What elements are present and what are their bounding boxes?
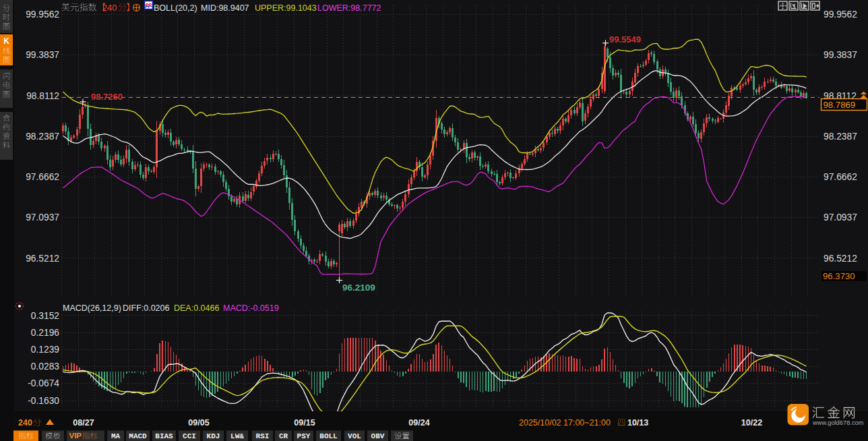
svg-text:96.2109: 96.2109	[342, 283, 375, 293]
svg-text:0.0283: 0.0283	[31, 361, 60, 372]
svg-text:09/24: 09/24	[408, 418, 429, 428]
svg-text:BIAS: BIAS	[155, 432, 173, 440]
svg-text:96.3730: 96.3730	[823, 271, 855, 281]
svg-text:99.3837: 99.3837	[26, 50, 59, 60]
svg-text:96.5212: 96.5212	[26, 254, 59, 264]
svg-text:VIP: VIP	[69, 432, 82, 440]
svg-text:98.7260: 98.7260	[91, 92, 123, 102]
svg-text:0.2196: 0.2196	[31, 328, 60, 338]
svg-text:RSI: RSI	[256, 432, 270, 440]
svg-text:98.8112: 98.8112	[26, 91, 59, 101]
svg-text:LW&: LW&	[230, 432, 244, 440]
svg-text:MACD: MACD	[129, 432, 147, 440]
svg-text:98.2387: 98.2387	[824, 131, 857, 142]
svg-text:-0.0674: -0.0674	[28, 378, 59, 388]
svg-text:96.5212: 96.5212	[824, 254, 857, 264]
svg-text:-0.1630: -0.1630	[28, 396, 59, 406]
svg-text:www.gold678.com: www.gold678.com	[812, 419, 864, 426]
svg-text:DEA:0.0466: DEA:0.0466	[174, 303, 219, 313]
svg-text:99.5549: 99.5549	[609, 34, 641, 45]
svg-text:BOLL: BOLL	[319, 432, 338, 440]
svg-text:DIFF:0.0206: DIFF:0.0206	[123, 303, 170, 313]
svg-text:MACD:-0.0519: MACD:-0.0519	[223, 303, 279, 313]
svg-text:VOL: VOL	[348, 432, 361, 440]
svg-text:98.2387: 98.2387	[26, 131, 59, 142]
svg-text:97.6662: 97.6662	[824, 172, 857, 182]
svg-text:KDJ: KDJ	[207, 432, 220, 440]
svg-text:UPPER:99.1043: UPPER:99.1043	[255, 3, 317, 13]
svg-text:2025/10/02 17:00~21:00: 2025/10/02 17:00~21:00	[519, 418, 611, 428]
svg-text:CR: CR	[279, 432, 288, 440]
svg-text:MA: MA	[111, 432, 121, 440]
svg-text:BOLL(20,2): BOLL(20,2)	[154, 3, 197, 13]
svg-text:0.1239: 0.1239	[31, 345, 60, 355]
svg-text:240: 240	[102, 3, 117, 13]
svg-text:99.3837: 99.3837	[824, 50, 857, 60]
svg-text:PSY: PSY	[297, 432, 311, 440]
svg-text:MACD(26,12,9): MACD(26,12,9)	[63, 303, 121, 313]
svg-text:97.0937: 97.0937	[26, 212, 59, 223]
svg-text:K: K	[3, 36, 9, 46]
svg-text:10/22: 10/22	[741, 418, 762, 428]
svg-text:MID:98.9407: MID:98.9407	[201, 3, 249, 13]
svg-text:CCI: CCI	[183, 432, 196, 440]
svg-text:97.0937: 97.0937	[824, 212, 857, 223]
svg-text:98.7869: 98.7869	[824, 100, 856, 110]
svg-text:OBV: OBV	[371, 432, 385, 440]
svg-text:240: 240	[18, 418, 32, 428]
svg-text:08/27: 08/27	[73, 418, 94, 428]
svg-text:0.3152: 0.3152	[31, 311, 59, 321]
svg-text:LOWER:98.7772: LOWER:98.7772	[317, 3, 381, 13]
svg-text:97.6662: 97.6662	[26, 172, 59, 182]
svg-text:99.9562: 99.9562	[26, 9, 59, 20]
svg-text:10/13: 10/13	[627, 418, 648, 428]
svg-text:09/15: 09/15	[294, 418, 315, 428]
svg-text:09/05: 09/05	[188, 418, 209, 428]
svg-text:99.9562: 99.9562	[824, 9, 857, 20]
